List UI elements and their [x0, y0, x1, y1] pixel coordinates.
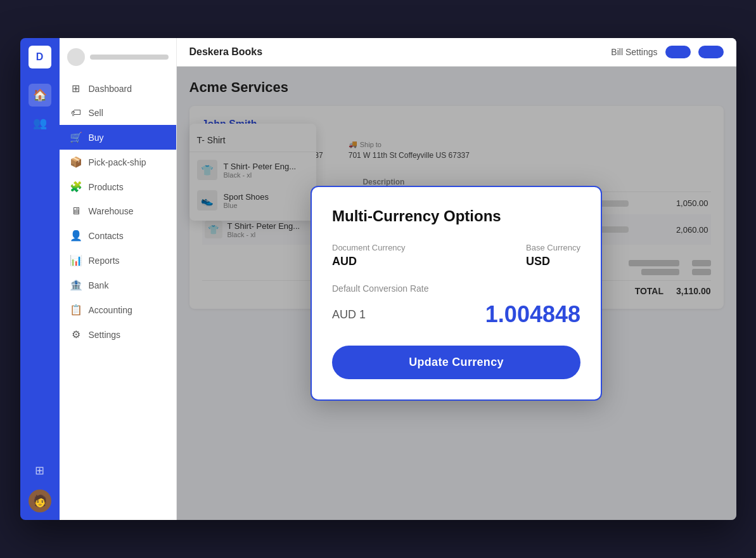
bank-icon: 🏦 — [70, 279, 82, 291]
bill-settings-label: Bill Settings — [611, 47, 657, 57]
main-header: Deskera Books Bill Settings — [177, 38, 736, 67]
contacts-icon: 👤 — [70, 230, 82, 242]
sidebar-item-sell[interactable]: 🏷 Sell — [60, 101, 176, 125]
sidebar-item-label-reports: Reports — [89, 256, 120, 266]
warehouse-icon: 🖥 — [70, 205, 82, 217]
document-currency-label: Document Currency — [332, 243, 406, 252]
conversion-values: AUD 1 1.004848 — [332, 301, 580, 328]
sidebar-item-label-buy: Buy — [89, 133, 104, 143]
icon-home[interactable]: 🏠 — [29, 84, 51, 107]
main-body: Acme Services John Smith 📄 Bill to 701 W… — [177, 67, 736, 520]
dashboard-icon: ⊞ — [70, 82, 82, 94]
sidebar-item-label-products: Products — [89, 182, 124, 192]
sidebar-item-contacts[interactable]: 👤 Contacts — [60, 223, 176, 248]
sidebar-item-label-sell: Sell — [89, 108, 103, 118]
pick-pack-ship-icon: 📦 — [70, 156, 82, 168]
settings-toggle-2[interactable] — [698, 46, 724, 58]
sidebar-avatar — [67, 48, 85, 66]
sidebar: ⊞ Dashboard 🏷 Sell 🛒 Buy 📦 Pick-pack-shi… — [60, 38, 177, 520]
document-currency-field: Document Currency AUD — [332, 243, 406, 268]
modal-currency-row: Document Currency AUD Base Currency USD — [332, 243, 580, 268]
icon-grid[interactable]: ⊞ — [29, 459, 51, 482]
sidebar-search-bar — [90, 55, 169, 60]
sell-icon: 🏷 — [70, 107, 82, 119]
header-right: Bill Settings — [611, 46, 723, 58]
sidebar-item-label-accounting: Accounting — [89, 305, 132, 315]
products-icon: 🧩 — [70, 181, 82, 193]
sidebar-item-label-warehouse: Warehouse — [89, 206, 134, 216]
aud-label: AUD 1 — [332, 308, 366, 321]
sidebar-item-dashboard[interactable]: ⊞ Dashboard — [60, 76, 176, 101]
icon-people[interactable]: 👥 — [29, 112, 51, 134]
base-currency-field: Base Currency USD — [526, 243, 580, 268]
settings-icon: ⚙ — [70, 328, 82, 341]
modal-title: Multi-Currency Options — [332, 207, 580, 225]
sidebar-item-settings[interactable]: ⚙ Settings — [60, 322, 176, 347]
sidebar-item-label-contacts: Contacts — [89, 231, 124, 241]
reports-icon: 📊 — [70, 254, 82, 266]
main-content: Deskera Books Bill Settings Acme Service… — [177, 38, 736, 520]
conversion-rate-label: Default Conversion Rate — [332, 283, 580, 294]
update-currency-button[interactable]: Update Currency — [332, 346, 580, 379]
document-currency-value: AUD — [332, 255, 406, 268]
sidebar-nav: ⊞ Dashboard 🏷 Sell 🛒 Buy 📦 Pick-pack-shi… — [60, 71, 176, 352]
sidebar-item-label-settings: Settings — [89, 330, 121, 340]
sidebar-item-products[interactable]: 🧩 Products — [60, 174, 176, 199]
icon-bar: D 🏠 👥 ⊞ 🧑 — [20, 38, 60, 520]
main-title: Deskera Books — [189, 46, 263, 58]
sidebar-item-label-dashboard: Dashboard — [89, 84, 132, 94]
sidebar-item-bank[interactable]: 🏦 Bank — [60, 273, 176, 297]
user-avatar[interactable]: 🧑 — [29, 490, 51, 512]
sidebar-item-pick-pack-ship[interactable]: 📦 Pick-pack-ship — [60, 150, 176, 174]
base-currency-value: USD — [526, 255, 580, 268]
sidebar-item-buy[interactable]: 🛒 Buy — [60, 125, 176, 150]
sidebar-item-label-bank: Bank — [89, 280, 109, 290]
settings-toggle-1[interactable] — [665, 46, 691, 58]
modal-overlay: Multi-Currency Options Document Currency… — [177, 67, 736, 520]
sidebar-item-label-pps: Pick-pack-ship — [89, 157, 146, 167]
conversion-row: Default Conversion Rate AUD 1 1.004848 — [332, 283, 580, 328]
accounting-icon: 📋 — [70, 304, 82, 316]
buy-icon: 🛒 — [70, 131, 82, 143]
rate-value: 1.004848 — [485, 301, 580, 328]
sidebar-item-accounting[interactable]: 📋 Accounting — [60, 297, 176, 322]
base-currency-label: Base Currency — [526, 243, 580, 252]
multi-currency-modal: Multi-Currency Options Document Currency… — [311, 186, 602, 401]
sidebar-item-warehouse[interactable]: 🖥 Warehouse — [60, 199, 176, 223]
sidebar-item-reports[interactable]: 📊 Reports — [60, 248, 176, 273]
app-logo[interactable]: D — [29, 46, 51, 68]
sidebar-header — [60, 38, 176, 71]
